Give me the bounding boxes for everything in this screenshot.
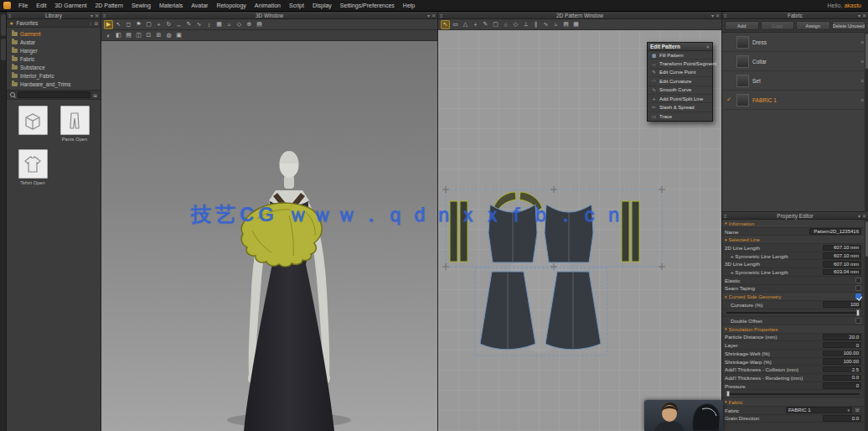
add-point-icon[interactable]: + xyxy=(471,20,480,29)
sort-icon[interactable]: ↕ xyxy=(90,21,92,26)
object-options-icon[interactable]: ≡ xyxy=(860,39,864,45)
arrangement-icon[interactable]: ▢ xyxy=(144,20,153,29)
menubar-item[interactable]: Script xyxy=(285,0,308,12)
object-browser-button[interactable]: Copy xyxy=(761,21,795,30)
pen-2d-icon[interactable]: ✎ xyxy=(481,20,490,29)
section-header-selected-line[interactable]: ▾ Selected Line xyxy=(722,236,864,244)
context-menu-item[interactable]: + Add Point/Split Line xyxy=(648,95,712,103)
panel-menu-icon[interactable]: ≡ xyxy=(8,13,12,18)
3d-viewport[interactable] xyxy=(101,41,437,431)
menubar-item[interactable]: File xyxy=(14,0,32,12)
menubar-item[interactable]: 3D Garment xyxy=(50,0,90,12)
panel-dock-icon[interactable]: ▾ xyxy=(427,13,430,18)
object-list-item[interactable]: ✓ Dress ≡ xyxy=(722,33,868,52)
property-value-field[interactable]: 2.5 xyxy=(823,366,861,373)
pressure-slider[interactable] xyxy=(726,393,860,395)
grain-direction-value-field[interactable]: 0.0 xyxy=(823,415,861,422)
library-folder[interactable]: Avatar xyxy=(7,38,101,46)
side-tab-strip[interactable] xyxy=(0,12,7,431)
curved-side-geometry-checkbox[interactable] xyxy=(855,293,861,299)
show-avatar-icon[interactable]: ◐ xyxy=(104,31,113,40)
sewing-tool-icon[interactable]: ∿ xyxy=(194,20,204,29)
grid-view-icon[interactable]: ⊞ xyxy=(154,31,163,40)
property-value-field[interactable]: 20.0 xyxy=(823,334,861,340)
notch-tool-icon[interactable]: ⊥ xyxy=(521,20,530,29)
light-view-icon[interactable]: ◍ xyxy=(164,31,173,40)
circle-tool-icon[interactable]: ○ xyxy=(501,20,510,29)
library-folder[interactable]: Hardware_and_Trims xyxy=(7,80,101,88)
library-folder[interactable]: Substance xyxy=(7,63,101,71)
texture-view-icon[interactable]: ▤ xyxy=(124,31,133,40)
panel-menu-icon[interactable]: ≡ xyxy=(724,214,727,219)
property-value-field[interactable]: 0 xyxy=(823,342,861,349)
object-options-icon[interactable]: ≡ xyxy=(860,97,864,103)
fabric-dropdown[interactable]: FABRIC 1 ▾ xyxy=(786,407,852,413)
asset-thumbnail[interactable] xyxy=(60,106,90,135)
select-mesh-icon[interactable]: ◻ xyxy=(124,20,133,29)
panel-dock-icon[interactable]: ▾ xyxy=(858,13,860,18)
asset-thumbnail[interactable] xyxy=(18,149,48,179)
property-value-field[interactable]: 0.0 xyxy=(823,375,861,382)
context-menu-close-icon[interactable]: ✕ xyxy=(705,44,710,49)
double-offset-checkbox[interactable] xyxy=(855,318,861,324)
free-sewing-icon[interactable]: ∿ xyxy=(541,20,550,29)
context-menu-item[interactable]: ✎ Edit Curve Point xyxy=(648,69,712,77)
measure-tool-icon[interactable]: ↕ xyxy=(204,20,214,29)
menubar-item[interactable]: Sewing xyxy=(127,0,155,12)
tack-tool-icon[interactable]: ⊕ xyxy=(245,20,254,29)
slider-handle[interactable] xyxy=(856,309,860,316)
panel-menu-icon[interactable]: ≡ xyxy=(724,13,727,18)
menubar-item[interactable]: Avatar xyxy=(187,0,212,12)
library-folder[interactable]: Interior_Fabric xyxy=(7,71,101,80)
curvature-value-field[interactable]: 100 xyxy=(823,301,861,308)
simulate-icon[interactable]: ▶ xyxy=(104,20,113,29)
object-options-icon[interactable]: ≡ xyxy=(860,59,864,65)
side-tab[interactable] xyxy=(1,39,6,60)
menubar-item[interactable]: Edit xyxy=(32,0,50,12)
context-menu-item[interactable]: ◠ Edit Curvature xyxy=(648,77,712,86)
checkbox[interactable] xyxy=(855,278,861,283)
flatten-tool-icon[interactable]: ▦ xyxy=(214,20,224,29)
library-folder[interactable]: Garment xyxy=(7,29,101,38)
fold-tool-icon[interactable]: ◇ xyxy=(235,20,244,29)
menubar-item[interactable]: Animation xyxy=(251,0,285,12)
mesh-view-icon[interactable]: ◫ xyxy=(134,31,143,40)
object-options-icon[interactable]: ≡ xyxy=(860,78,864,84)
section-header-fabric[interactable]: ▾ Fabric xyxy=(722,398,864,407)
asset-thumbnail[interactable] xyxy=(18,106,48,135)
library-asset[interactable] xyxy=(14,106,51,143)
pressure-value-field[interactable]: 0 xyxy=(823,382,861,389)
panel-dock-icon[interactable]: ▾ xyxy=(711,13,714,18)
grid-view-icon[interactable]: ⊞ xyxy=(93,92,97,98)
strain-map-icon[interactable]: ⊡ xyxy=(144,31,153,40)
object-list-item[interactable]: ✓ Collar ≡ xyxy=(722,52,868,71)
rotate-gizmo-icon[interactable]: ↻ xyxy=(164,20,173,29)
panel-close-icon[interactable]: ✕ xyxy=(95,13,99,18)
username[interactable]: akastu xyxy=(844,3,861,8)
panel-menu-icon[interactable]: ≡ xyxy=(103,13,106,18)
property-value-field[interactable]: 603.04 mm xyxy=(823,269,861,276)
section-header-simulation-properties[interactable]: ▾ Simulation Properties xyxy=(722,325,864,334)
texture-editor-icon[interactable]: ▦ xyxy=(571,20,581,29)
panel-close-icon[interactable]: ✕ xyxy=(431,13,436,18)
property-value-field[interactable]: 607.10 mm xyxy=(823,252,861,259)
pin-tool-icon[interactable]: ⚑ xyxy=(134,20,143,29)
menubar-item[interactable]: Materials xyxy=(155,0,187,12)
menubar-item[interactable]: Settings/Preferences xyxy=(336,0,399,12)
transform-pattern-icon[interactable]: ↖ xyxy=(441,20,450,29)
internal-line-icon[interactable]: ∥ xyxy=(531,20,540,29)
context-menu-item[interactable]: ▩ Fill Pattern xyxy=(648,51,712,60)
panel-close-icon[interactable]: ✕ xyxy=(716,13,720,18)
pen-3d-icon[interactable]: ✎ xyxy=(184,20,194,29)
menubar-item[interactable]: 2D Pattern xyxy=(90,0,127,12)
context-menu-item[interactable]: ∿ Smooth Curve xyxy=(648,86,712,95)
slider-handle[interactable] xyxy=(726,391,730,397)
shadow-view-icon[interactable]: ▣ xyxy=(174,31,183,40)
grading-icon[interactable]: ▤ xyxy=(561,20,571,29)
grid-view-icon[interactable]: ⊞ xyxy=(94,21,98,26)
object-list-item[interactable]: ✓ Set ≡ xyxy=(722,71,868,91)
section-header-information[interactable]: ▾ Information xyxy=(722,220,864,228)
section-header-curved-side-geometry[interactable]: ▾ Curved Side Geometry xyxy=(722,293,864,301)
scale-gizmo-icon[interactable]: ↔ xyxy=(174,20,183,29)
menubar-item[interactable]: Retopology xyxy=(212,0,250,12)
